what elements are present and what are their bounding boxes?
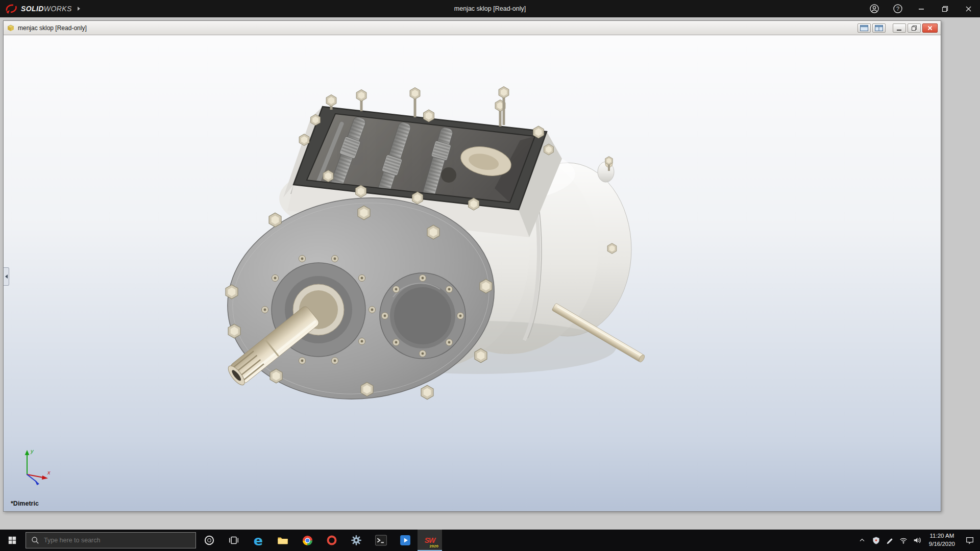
clock-date: 9/16/2020 (929, 540, 955, 548)
taskbar-red-app-button[interactable] (320, 530, 344, 551)
taskbar-file-explorer-button[interactable] (271, 530, 295, 551)
document-window-controls (857, 23, 938, 33)
cortana-icon (204, 535, 215, 546)
taskbar-edge-button[interactable]: e (246, 530, 271, 551)
solidworks-version-badge: 2020 (429, 544, 438, 548)
taskbar-solidworks-button[interactable]: SW 2020 (418, 530, 442, 551)
app-restore-button[interactable] (933, 0, 957, 17)
solidworks-logo[interactable]: SOLIDWORKS (0, 0, 85, 17)
command-prompt-icon (375, 535, 387, 546)
account-button[interactable] (863, 0, 886, 17)
menu-expand-icon[interactable] (78, 7, 80, 11)
document-window: menjac sklop [Read-only] (3, 20, 941, 512)
minimize-icon (896, 25, 902, 31)
notification-center-icon (965, 536, 974, 545)
restore-icon (942, 6, 948, 12)
pen-icon (886, 536, 894, 545)
tray-network-button[interactable] (897, 530, 911, 551)
app-titlebar: SOLIDWORKS menjac sklop [Read-only] ? (0, 0, 980, 17)
doc-minimize-button[interactable] (893, 23, 906, 33)
doc-close-button[interactable] (922, 23, 938, 33)
taskbar-cortana-button[interactable] (197, 530, 222, 551)
volume-icon (913, 536, 922, 545)
wifi-icon (899, 536, 908, 545)
chrome-icon (302, 535, 313, 546)
taskbar-video-app-button[interactable] (393, 530, 418, 551)
windows-logo-icon (8, 536, 17, 545)
video-app-icon (400, 535, 411, 546)
viewport-split-button[interactable] (872, 23, 886, 33)
clock-time: 11:20 AM (929, 532, 955, 540)
view-orientation-label: *Dimetric (11, 500, 39, 507)
gearbox-3d-model[interactable] (4, 35, 941, 511)
windows-taskbar: e (0, 530, 980, 551)
start-button[interactable] (0, 530, 24, 551)
left-chevron-icon (5, 274, 8, 279)
side-cover[interactable] (380, 273, 465, 359)
search-icon (31, 536, 39, 544)
system-tray: 11:20 AM 9/16/2020 (855, 530, 980, 551)
doc-restore-button[interactable] (908, 23, 921, 33)
restore-icon (911, 25, 917, 31)
window-pane-icon (860, 25, 868, 31)
taskbar-task-view-button[interactable] (222, 530, 246, 551)
solidworks-logo-mark (5, 3, 17, 14)
taskbar-settings-button[interactable] (344, 530, 369, 551)
tray-pen-button[interactable] (883, 530, 897, 551)
graphics-viewport[interactable]: y x *Dimetric (4, 35, 941, 511)
security-shield-icon (872, 536, 880, 545)
tray-expand-button[interactable] (855, 530, 869, 551)
tray-security-button[interactable] (869, 530, 883, 551)
edge-icon: e (254, 534, 263, 547)
document-title: menjac sklop [Read-only] (18, 24, 87, 32)
taskbar-chrome-button[interactable] (295, 530, 320, 551)
app-window-title: menjac sklop [Read-only] (454, 0, 526, 17)
triad-y-label: y (30, 448, 34, 454)
app-client-area: menjac sklop [Read-only] (0, 17, 980, 530)
feature-pane-expander[interactable] (4, 267, 9, 286)
triad-x-label: x (47, 469, 51, 475)
chevron-up-icon (858, 536, 866, 544)
notification-center-button[interactable] (960, 530, 980, 551)
close-icon (965, 6, 972, 12)
window-pane-split-icon (875, 25, 883, 31)
app-minimize-button[interactable] (910, 0, 933, 17)
desktop-screen: SOLIDWORKS menjac sklop [Read-only] ? (0, 0, 980, 551)
taskbar-command-prompt-button[interactable] (369, 530, 393, 551)
file-explorer-icon (277, 535, 289, 546)
search-input[interactable] (44, 537, 190, 544)
viewport-pane-button[interactable] (857, 23, 871, 33)
assembly-document-icon (7, 24, 15, 32)
app-close-button[interactable] (957, 0, 980, 17)
document-titlebar[interactable]: menjac sklop [Read-only] (4, 21, 941, 35)
help-button[interactable]: ? (886, 0, 910, 17)
settings-gear-icon (351, 535, 362, 546)
close-icon (927, 25, 933, 31)
account-icon (869, 4, 879, 14)
orientation-triad: y x (16, 446, 54, 487)
taskbar-clock[interactable]: 11:20 AM 9/16/2020 (924, 532, 960, 548)
minimize-icon (918, 6, 924, 12)
app-window-controls: ? (863, 0, 980, 17)
help-icon: ? (893, 4, 903, 14)
red-ring-app-icon (326, 535, 337, 546)
solidworks-app-icon: SW 2020 (422, 533, 437, 548)
svg-text:?: ? (896, 6, 899, 12)
taskbar-search[interactable] (26, 532, 196, 548)
brand-text: SOLIDWORKS (21, 5, 72, 13)
task-view-icon (228, 535, 239, 546)
tray-volume-button[interactable] (911, 530, 924, 551)
